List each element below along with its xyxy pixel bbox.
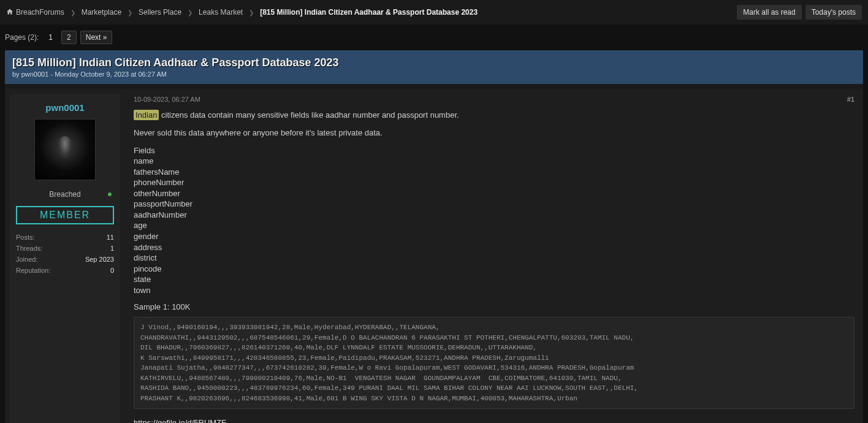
field-item: otherNumber (134, 188, 855, 199)
stat-joined-label: Joined: (16, 256, 37, 263)
search-highlight: Indian (134, 110, 159, 120)
topbar-actions: Mark all as read Today's posts (737, 5, 862, 20)
chevron-right-icon: ❯ (188, 9, 192, 16)
thread-header: [815 Million] Indian Citizen Aadhaar & P… (5, 50, 863, 84)
sample-heading: Sample 1: 100K (134, 302, 855, 313)
field-item: phoneNumber (134, 177, 855, 188)
thread-date: Monday October 9, 2023 at 06:27 AM (55, 70, 167, 78)
stat-joined-value: Sep 2023 (85, 256, 114, 263)
field-item: fathersName (134, 167, 855, 178)
pages-label: Pages (2): (5, 33, 39, 42)
stat-posts-label: Posts: (16, 234, 35, 241)
post-number[interactable]: #1 (847, 95, 855, 105)
author-rank: Breached (16, 186, 114, 202)
author-name[interactable]: pwn0001 (16, 100, 114, 119)
post-line-2: Never sold this data anywhere or anyone … (134, 128, 855, 139)
breadcrumb-home-label: BreachForums (16, 8, 64, 17)
member-badge: MEMBER (16, 206, 114, 224)
pagination: Pages (2): 1 2 Next » (5, 25, 863, 50)
breadcrumb-leaks-market[interactable]: Leaks Market (199, 8, 243, 17)
stat-threads-label: Threads: (16, 245, 42, 252)
breadcrumb: BreachForums ❯ Marketplace ❯ Sellers Pla… (6, 8, 478, 17)
sample-code-block[interactable]: J Vinod,,9490160194,,,393933081942,28,Ma… (134, 317, 855, 409)
top-bar: BreachForums ❯ Marketplace ❯ Sellers Pla… (0, 0, 868, 25)
page-1[interactable]: 1 (44, 31, 58, 44)
thread-subtitle: by pwn0001 - Monday October 9, 2023 at 0… (12, 70, 856, 78)
author-stats: Posts:11 Threads:1 Joined:Sep 2023 Reput… (16, 232, 114, 276)
page-next[interactable]: Next » (80, 31, 113, 44)
post: pwn0001 Breached MEMBER Posts:11 Threads… (5, 89, 863, 423)
online-status-icon (108, 192, 112, 196)
stat-threads-value: 1 (110, 245, 114, 252)
breadcrumb-home[interactable]: BreachForums (6, 8, 64, 17)
stat-reputation-value: 0 (110, 267, 114, 274)
chevron-right-icon: ❯ (249, 9, 254, 16)
fields-heading: Fields (134, 145, 855, 156)
post-timestamp: 10-09-2023, 06:27 AM (134, 95, 200, 105)
fields-block: Fields name fathersName phoneNumber othe… (134, 145, 855, 296)
thread-author-link[interactable]: pwn0001 (21, 70, 49, 78)
avatar[interactable] (34, 119, 96, 180)
stat-reputation-label: Reputation: (16, 267, 50, 274)
field-item: age (134, 220, 855, 231)
breadcrumb-current: [815 Million] Indian Citizen Aadhaar & P… (260, 8, 478, 17)
home-icon (6, 8, 13, 17)
post-body: 10-09-2023, 06:27 AM #1 Indian citizens … (125, 89, 863, 423)
post-meta: 10-09-2023, 06:27 AM #1 (134, 95, 855, 105)
field-item: passportNumber (134, 199, 855, 210)
stat-posts-value: 11 (107, 234, 114, 241)
breadcrumb-sellers-place[interactable]: Sellers Place (139, 8, 181, 17)
field-item: name (134, 156, 855, 167)
post-line-1: Indian citizens data contain many sensit… (134, 110, 855, 121)
post-author-panel: pwn0001 Breached MEMBER Posts:11 Threads… (10, 94, 120, 423)
page-2[interactable]: 2 (61, 31, 77, 44)
todays-posts-button[interactable]: Today's posts (805, 5, 862, 20)
field-item: aadharNumber (134, 210, 855, 221)
chevron-right-icon: ❯ (70, 9, 75, 16)
mark-all-read-button[interactable]: Mark all as read (737, 5, 801, 20)
field-item: address (134, 242, 855, 253)
download-link[interactable]: https://gofile.io/d/5RUMZF (134, 417, 855, 423)
breadcrumb-marketplace[interactable]: Marketplace (82, 8, 121, 17)
field-item: gender (134, 231, 855, 242)
chevron-right-icon: ❯ (128, 9, 132, 16)
field-item: town (134, 285, 855, 296)
field-item: district (134, 253, 855, 264)
field-item: pincode (134, 264, 855, 275)
field-item: state (134, 274, 855, 285)
thread-title: [815 Million] Indian Citizen Aadhaar & P… (12, 56, 856, 69)
